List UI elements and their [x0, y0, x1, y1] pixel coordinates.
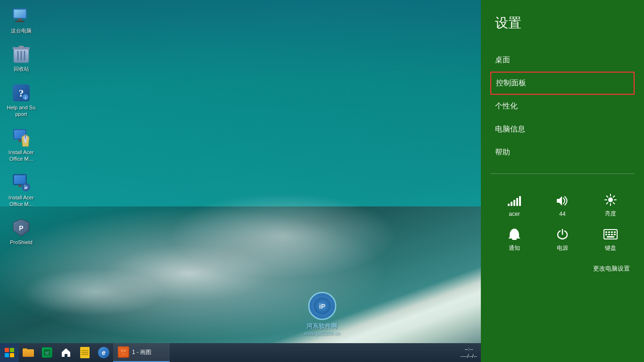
- system-icons-row-1: acer 44: [490, 193, 635, 218]
- svg-rect-57: [608, 234, 610, 235]
- help-support-icon: ? i: [12, 83, 31, 102]
- windows-logo-icon: [5, 348, 14, 357]
- install-acer-2-icon: M: [12, 173, 31, 192]
- desktop-icon-recycle-bin[interactable]: 回收站: [5, 43, 38, 74]
- ie-icon: e: [98, 347, 109, 358]
- taskbar-ie-icon[interactable]: e: [94, 343, 113, 362]
- svg-point-38: [121, 349, 124, 352]
- notification-icon-item[interactable]: 通知: [507, 227, 521, 252]
- menu-item-personalization[interactable]: 个性化: [481, 95, 644, 118]
- change-settings-container: 更改电脑设置: [490, 262, 635, 275]
- watermark: iP 河东软件网 www.pc0359.cn: [304, 292, 340, 336]
- volume-icon-item[interactable]: 44: [555, 194, 570, 217]
- svg-rect-21: [14, 175, 25, 184]
- desktop-icon-proshield[interactable]: P ProShield: [5, 216, 38, 247]
- menu-item-personalization-label: 个性化: [495, 102, 518, 110]
- install-acer-1-icon: [12, 128, 31, 147]
- volume-icon: [555, 194, 570, 208]
- menu-item-control-panel[interactable]: 控制面板: [490, 72, 635, 95]
- windows-sq-red: [5, 348, 9, 352]
- taskbar-folder-icon[interactable]: [19, 343, 38, 362]
- panel-divider: [490, 173, 635, 174]
- menu-item-help[interactable]: 帮助: [481, 141, 644, 164]
- folder-icon: [23, 348, 34, 357]
- install-acer-1-label: Install Acer Office M...: [7, 149, 36, 163]
- bar3: [513, 200, 515, 206]
- svg-point-41: [608, 197, 613, 202]
- clock-time: --:--: [461, 346, 477, 353]
- brightness-label: 亮度: [605, 210, 616, 218]
- desktop-icon-install-acer-2[interactable]: M Install Acer Office M...: [5, 172, 38, 210]
- svg-rect-16: [18, 140, 21, 142]
- desktop-icon-this-pc[interactable]: 这台电脑: [5, 5, 38, 36]
- watermark-logo: iP: [308, 292, 336, 320]
- watermark-site-name: 河东软件网: [306, 322, 337, 330]
- svg-rect-54: [611, 231, 613, 233]
- windows-sq-blue: [5, 353, 9, 357]
- svg-rect-22: [18, 185, 21, 187]
- bar5: [519, 196, 521, 206]
- panel-title: 设置: [495, 14, 630, 32]
- store-icon: 🛒: [42, 347, 52, 358]
- menu-item-desktop-label: 桌面: [495, 56, 510, 64]
- svg-text:🛒: 🛒: [45, 350, 50, 356]
- proshield-icon: P: [12, 218, 31, 237]
- panel-bottom: acer 44: [481, 183, 644, 285]
- menu-item-desktop[interactable]: 桌面: [481, 49, 644, 72]
- svg-point-40: [123, 353, 125, 355]
- help-support-label: Help and Support: [7, 104, 36, 118]
- svg-rect-2: [18, 18, 22, 21]
- recycle-bin-icon: [12, 45, 31, 64]
- taskbar-notes-icon[interactable]: [75, 343, 94, 362]
- notification-icon: [507, 227, 521, 241]
- network-label: acer: [509, 211, 520, 217]
- clock-date: ----/--/--: [461, 353, 477, 360]
- this-pc-icon: [12, 7, 31, 25]
- svg-rect-6: [19, 46, 24, 48]
- brightness-icon-item[interactable]: 亮度: [603, 193, 618, 218]
- svg-rect-55: [614, 231, 616, 233]
- system-tray: --:-- ----/--/--: [457, 346, 481, 360]
- taskbar-paint-app[interactable]: 1 - 画图: [113, 343, 170, 362]
- power-label: 电源: [557, 244, 568, 252]
- svg-rect-60: [607, 236, 614, 238]
- svg-rect-59: [614, 234, 616, 235]
- bar4: [516, 198, 518, 206]
- network-icon-item[interactable]: acer: [507, 194, 521, 217]
- desktop-icon-help-support[interactable]: ? i Help and Support: [5, 82, 38, 120]
- change-settings-link[interactable]: 更改电脑设置: [593, 265, 630, 272]
- desktop: [0, 0, 481, 344]
- svg-rect-58: [611, 234, 613, 235]
- menu-item-pc-info[interactable]: 电脑信息: [481, 118, 644, 141]
- home-icon: [61, 347, 71, 358]
- desktop-icons-container: 这台电脑 回收站: [5, 5, 38, 248]
- settings-menu: 桌面 控制面板 个性化 电脑信息 帮助: [481, 49, 644, 164]
- svg-line-48: [613, 196, 615, 197]
- settings-panel: 设置 桌面 控制面板 个性化 电脑信息 帮助: [481, 0, 644, 362]
- keyboard-icon: [603, 227, 618, 241]
- menu-item-pc-info-label: 电脑信息: [495, 125, 525, 133]
- signal-bars: [508, 196, 521, 206]
- volume-label: 44: [559, 211, 565, 217]
- signal-icon: [507, 194, 521, 208]
- paint-app-label: 1 - 画图: [132, 348, 151, 356]
- system-icons-row-2: 通知 电源: [490, 227, 635, 252]
- watermark-site-url: www.pc0359.cn: [304, 330, 340, 336]
- keyboard-icon-item[interactable]: 键盘: [603, 227, 618, 252]
- desktop-icon-install-acer-1[interactable]: Install Acer Office M...: [5, 126, 38, 165]
- svg-text:P: P: [19, 224, 23, 232]
- recycle-bin-label: 回收站: [14, 66, 29, 72]
- panel-header: 设置: [481, 0, 644, 49]
- svg-line-49: [607, 203, 608, 204]
- power-icon-item[interactable]: 电源: [555, 227, 570, 252]
- power-icon: [555, 227, 570, 241]
- svg-rect-53: [608, 231, 610, 233]
- svg-point-39: [124, 350, 126, 352]
- svg-line-47: [613, 203, 615, 204]
- start-button[interactable]: [0, 343, 19, 362]
- bar2: [511, 202, 512, 206]
- svg-rect-3: [15, 21, 25, 22]
- taskbar-home-icon[interactable]: [57, 343, 75, 362]
- taskbar-store-icon[interactable]: 🛒: [38, 343, 57, 362]
- svg-rect-52: [605, 231, 607, 233]
